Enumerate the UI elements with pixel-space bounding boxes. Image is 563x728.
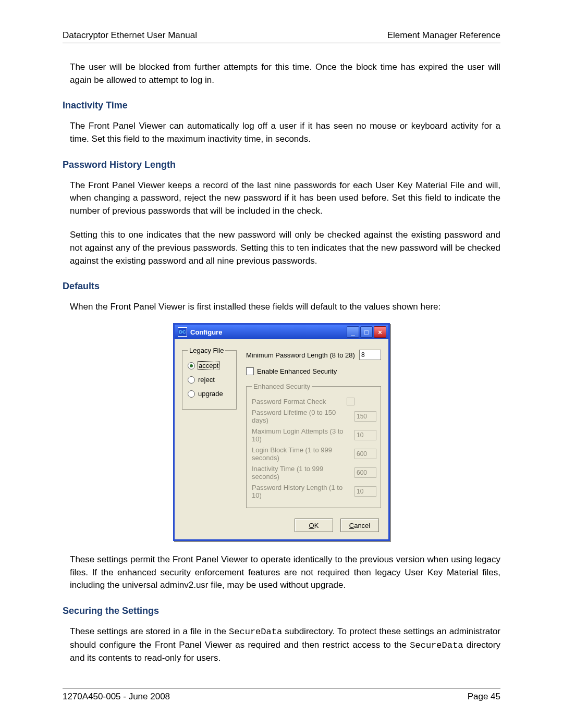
intro-paragraph: The user will be blocked from further at… [70,61,500,87]
footer-left: 1270A450-005 - June 2008 [63,692,170,702]
enable-enhanced-security-checkbox[interactable]: Enable Enhanced Security [246,367,381,375]
titlebar[interactable]: DC Configure _ □ × [175,325,388,339]
section-password-history-body2: Setting this to one indicates that the n… [70,229,500,267]
ok-button[interactable]: OK [295,519,333,532]
inactivity-time-field[interactable]: 600 [354,467,376,478]
header-rule [63,43,500,43]
configure-dialog: DC Configure _ □ × Legacy File accept [173,323,390,541]
close-button[interactable]: × [374,326,386,338]
header-left: Datacryptor Ethernet User Manual [63,30,197,41]
legacy-reject-label: reject [198,376,215,384]
enhanced-security-legend: Enhanced Security [252,382,312,390]
min-password-length-field[interactable]: 8 [359,350,381,360]
section-securing-title: Securing the Settings [63,606,500,616]
section-defaults-body-before: When the Front Panel Viewer is first ins… [70,301,500,314]
legacy-accept-label: accept [198,362,219,369]
max-login-attempts-label: Maximum Login Attempts (3 to 10) [252,427,350,443]
legacy-accept-radio[interactable]: accept [188,362,232,369]
radio-icon [188,362,195,369]
checkbox-icon [246,367,254,375]
footer-right: Page 45 [468,692,500,702]
section-defaults-title: Defaults [63,281,500,292]
section-inactivity-title: Inactivity Time [63,100,500,111]
section-inactivity-body: The Front Panel Viewer can automatically… [70,120,500,145]
legacy-reject-radio[interactable]: reject [188,376,232,384]
enable-enhanced-security-label: Enable Enhanced Security [257,367,337,375]
inactivity-time-label: Inactivity Time (1 to 999 seconds) [252,465,350,480]
legacy-upgrade-radio[interactable]: upgrade [188,390,232,398]
password-history-length-field[interactable]: 10 [354,486,376,497]
app-icon: DC [178,327,187,337]
legacy-upgrade-label: upgrade [198,390,223,398]
section-securing-body: These settings are stored in a file in t… [70,625,500,665]
minimize-button[interactable]: _ [347,326,359,338]
legacy-file-legend: Legacy File [188,347,225,354]
min-password-length-label: Minimum Password Length (8 to 28) [246,351,355,359]
login-block-time-label: Login Block Time (1 to 999 seconds) [252,446,350,462]
enhanced-security-group: Enhanced Security Password Format Check … [246,382,381,508]
radio-icon [188,390,195,398]
legacy-file-group: Legacy File accept reject upgrade [182,347,237,410]
window-title: Configure [190,328,222,336]
footer-rule [63,688,500,688]
password-lifetime-label: Password Lifetime (0 to 150 days) [252,409,350,424]
password-format-check-checkbox[interactable] [347,398,354,405]
section-password-history-body1: The Front Panel Viewer keeps a record of… [70,179,500,218]
cancel-button[interactable]: Cancel [340,519,379,532]
section-password-history-title: Password History Length [63,159,500,170]
login-block-time-field[interactable]: 600 [354,449,376,459]
maximize-button[interactable]: □ [360,326,373,338]
password-format-check-label: Password Format Check [252,398,342,405]
radio-icon [188,376,195,384]
password-history-length-label: Password History Length (1 to 10) [252,484,350,499]
section-defaults-body-after: These settings permit the Front Panel Vi… [70,553,500,592]
max-login-attempts-field[interactable]: 10 [354,430,376,440]
password-lifetime-field[interactable]: 150 [354,411,376,422]
header-right: Element Manager Reference [387,30,500,41]
